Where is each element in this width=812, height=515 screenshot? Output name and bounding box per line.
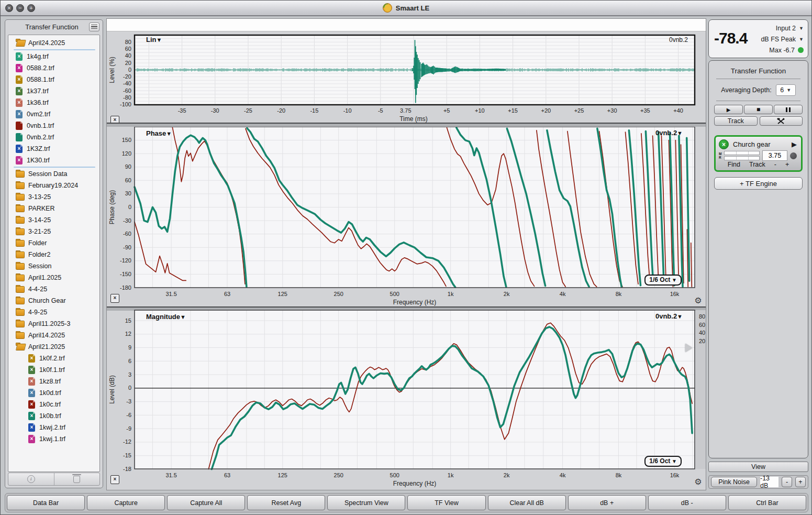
svg-text:0: 0 [128, 204, 131, 210]
engine-plus-button[interactable]: + [785, 161, 789, 168]
chart-splitter-1[interactable] [107, 123, 706, 127]
folder-item-4-4-25[interactable]: 4-4-25 [8, 283, 99, 295]
folder-item-church-gear[interactable]: Church Gear [8, 295, 99, 306]
impulse-chart-section[interactable]: 806040200-20-40-60-80-100-35-30-25-20-15… [107, 31, 706, 123]
engine-status-icon[interactable]: × [719, 139, 729, 149]
folder-item-april21-2025[interactable]: April21.2025 [8, 341, 99, 353]
folder-item-parker[interactable]: PARKER [8, 203, 99, 214]
item-label: 0588.2.trf [27, 64, 54, 72]
generator-plus-button[interactable]: + [795, 477, 806, 487]
phase-smoothing-selector[interactable]: 1/6 Oct ▼ [644, 275, 682, 286]
folder-item-3-14-25[interactable]: 3-14-25 [8, 214, 99, 226]
svg-text:+15: +15 [508, 107, 518, 114]
folder-item-april14-2025[interactable]: April14.2025 [8, 330, 99, 341]
add-tf-engine-button[interactable]: + TF Engine [714, 177, 803, 190]
file-item-0vnb-1-trf[interactable]: 0vnb.1.trf [8, 120, 99, 132]
engine-play-icon[interactable]: ▶ [792, 140, 797, 148]
file-item-1k0c-trf[interactable]: ×1k0c.trf [8, 399, 99, 410]
folder-item-session-data[interactable]: Session Data [8, 168, 99, 180]
folder-item-april1-2025[interactable]: April1.2025 [8, 272, 99, 283]
generator-minus-button[interactable]: - [782, 477, 792, 487]
meter-unit-select[interactable]: dB FS Peak▼ [761, 34, 804, 45]
spectrum-view-button[interactable]: Spectrum View [327, 495, 405, 510]
view-button[interactable]: View [708, 462, 808, 472]
folder-item-folder2[interactable]: Folder2 [8, 249, 99, 260]
magnitude-close-button[interactable]: × [110, 475, 119, 484]
folder-icon [16, 228, 24, 235]
folder-item-3-13-25[interactable]: 3-13-25 [8, 191, 99, 203]
folder-item-april11-2025-3[interactable]: April11.2025-3 [8, 318, 99, 330]
coherence-slider-handle[interactable] [685, 344, 692, 352]
delete-button[interactable] [54, 473, 100, 485]
track-button[interactable]: Track [714, 116, 758, 126]
trf-file-icon: × [16, 75, 23, 84]
averaging-depth-select[interactable]: 6▼ [776, 84, 796, 96]
capture-button[interactable]: Capture [87, 495, 165, 510]
engine-minus-button[interactable]: - [774, 161, 776, 168]
title-bar: × − + Smaart LE [1, 1, 811, 16]
pause-button[interactable] [774, 105, 803, 114]
file-item-1kwj-1-trf[interactable]: ×1kwj.1.trf [8, 433, 99, 445]
sidebar-menu-button[interactable] [89, 23, 99, 31]
file-item-1k3z-trf[interactable]: ×1K3Z.trf [8, 143, 99, 155]
file-item-1k30-trf[interactable]: ×1K30.trf [8, 155, 99, 166]
engine-track-button[interactable]: Track [749, 161, 765, 168]
play-button[interactable]: ▶ [714, 105, 743, 114]
file-item-1kz8-trf[interactable]: ×1kz8.trf [8, 376, 99, 387]
folder-item-4-9-25[interactable]: 4-9-25 [8, 306, 99, 318]
svg-text:12: 12 [125, 331, 131, 337]
file-item-1k0f-2-trf[interactable]: ×1k0f.2.trf [8, 353, 99, 364]
folder-item-february19-2024[interactable]: February19.2024 [8, 180, 99, 191]
file-item-0588-2-trf[interactable]: ×0588.2.trf [8, 62, 99, 74]
engine-delay-value[interactable]: 3.75 [762, 150, 787, 161]
tf-engine-church-gear[interactable]: × Church gear ▶ MR 3.75 Find Track - + [714, 135, 803, 172]
item-label: April11.2025-3 [28, 320, 70, 327]
file-item-0vnb-2-trf[interactable]: 0vnb.2.trf [8, 132, 99, 143]
magnitude-chart-section[interactable]: 15129630-3-6-9-12-15-1831.5631252505001k… [107, 310, 706, 491]
file-item-1kwj-2-trf[interactable]: ×1kwj.2.trf [8, 422, 99, 433]
info-button[interactable]: i [8, 473, 54, 485]
item-label: 1k4g.trf [27, 53, 49, 60]
tools-button[interactable] [760, 116, 803, 126]
file-item-1k36-trf[interactable]: ×1k36.trf [8, 97, 99, 108]
file-item-1k0d-trf[interactable]: ×1k0d.trf [8, 387, 99, 399]
folder-item-session[interactable]: Session [8, 260, 99, 272]
file-item-1k0b-trf[interactable]: ×1k0b.trf [8, 410, 99, 422]
db---button[interactable]: dB - [648, 495, 726, 510]
data-bar-button[interactable]: Data Bar [7, 495, 85, 510]
magnitude-smoothing-selector[interactable]: 1/6 Oct ▼ [644, 456, 682, 467]
tf-view-button[interactable]: TF View [407, 495, 485, 510]
magnitude-trace-selector[interactable]: 0vnb.2▼ [655, 312, 683, 320]
signal-status-icon [798, 47, 804, 53]
folder-item-april24-2025[interactable]: April24.2025 [8, 37, 99, 49]
phase-view-selector[interactable]: Phase▼ [146, 129, 172, 137]
pink-noise-button[interactable]: Pink Noise [711, 477, 757, 487]
phase-trace-selector[interactable]: 0vnb.2▼ [655, 129, 683, 137]
input-select[interactable]: Input 2▼ [761, 23, 804, 34]
file-item-1k0f-1-trf[interactable]: ×1k0f.1.trf [8, 364, 99, 376]
file-item-1k37-trf[interactable]: ×1k37.trf [8, 85, 99, 97]
svg-text:-100: -100 [120, 101, 131, 107]
file-item-0vm2-trf[interactable]: ×0vm2.trf [8, 108, 99, 120]
engine-record-icon[interactable] [790, 152, 797, 159]
file-item-0588-1-trf[interactable]: ×0588.1.trf [8, 74, 99, 85]
magnitude-settings-button[interactable]: ⚙ [694, 477, 703, 486]
db-+-button[interactable]: dB + [568, 495, 646, 510]
folder-icon [16, 321, 24, 327]
phase-settings-button[interactable]: ⚙ [694, 296, 703, 305]
lin-view-selector[interactable]: Lin▼ [146, 36, 162, 43]
app-window: × − + Smaart LE Transfer Function April2… [0, 0, 812, 515]
capture-all-button[interactable]: Capture All [167, 495, 245, 510]
phase-chart-section[interactable]: 1501209060300-30-60-90-120-150-18031.563… [107, 127, 706, 306]
ctrl-bar-button[interactable]: Ctrl Bar [728, 495, 806, 510]
file-item-1k4g-trf[interactable]: ×1k4g.trf [8, 51, 99, 62]
phase-close-button[interactable]: × [110, 294, 119, 303]
folder-item-folder[interactable]: Folder [8, 237, 99, 249]
reset-avg-button[interactable]: Reset Avg [247, 495, 325, 510]
folder-item-3-21-25[interactable]: 3-21-25 [8, 226, 99, 237]
magnitude-view-selector[interactable]: Magnitude▼ [146, 313, 186, 321]
clear-all-db-button[interactable]: Clear All dB [488, 495, 566, 510]
stop-button[interactable]: ■ [744, 105, 773, 114]
item-label: 1k36.trf [27, 99, 49, 106]
engine-find-button[interactable]: Find [728, 161, 740, 168]
